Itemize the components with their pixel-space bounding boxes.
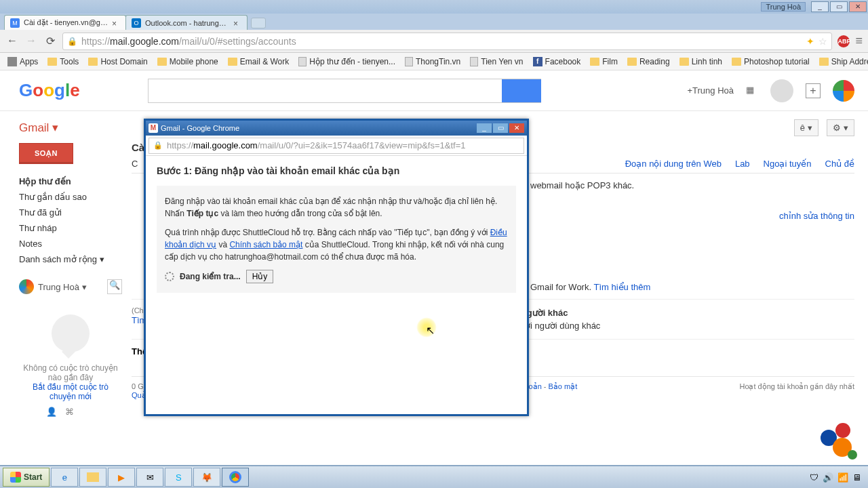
taskbar-app-ie[interactable]: e xyxy=(51,468,78,487)
bookmark-folder[interactable]: Film xyxy=(587,56,621,68)
browser-tab[interactable]: O Outlook.com - hatrunghoa@ × xyxy=(125,15,248,30)
share-button[interactable]: + xyxy=(806,83,821,98)
outlook-favicon-icon: O xyxy=(132,18,141,28)
sidebar-item-notes[interactable]: Notes xyxy=(19,236,122,251)
popup-close-button[interactable]: ✕ xyxy=(509,123,524,133)
apps-icon xyxy=(7,57,17,66)
sidebar-item-starred[interactable]: Thư gắn dấu sao xyxy=(19,189,122,205)
taskbar-app-explorer[interactable] xyxy=(79,468,106,487)
bookmark-folder[interactable]: Mobile phone xyxy=(154,56,222,68)
bookmark-bar: Apps Tools Host Domain Mobile phone Emai… xyxy=(0,53,868,70)
system-tray: 🛡 🔊 📶 🖥 xyxy=(806,472,865,483)
learn-more-link[interactable]: Tìm hiểu thêm xyxy=(593,282,650,292)
windows-user-badge: Trung Hoà xyxy=(761,2,806,12)
gmail-favicon-icon: M xyxy=(10,18,20,28)
input-method-button[interactable]: ê▾ xyxy=(794,119,818,136)
privacy-link[interactable]: Bảo mật xyxy=(549,382,578,390)
taskbar-app-chrome[interactable] xyxy=(222,468,249,487)
windows-taskbar: Start e ▶ ✉ S 🦊 🛡 🔊 📶 🖥 xyxy=(0,465,868,488)
google-apps-icon[interactable]: ▦ xyxy=(746,85,758,97)
taskbar-app-firefox[interactable]: 🦊 xyxy=(193,468,220,487)
gmail-header: Google +Trung Hoà ▦ + xyxy=(0,70,868,111)
popup-address-bar: 🔒 https://mail.google.com/mail/u/0/?ui=2… xyxy=(146,136,527,156)
tab-settings[interactable]: Đoạn nội dung trên Web xyxy=(625,159,722,169)
bookmark-folder[interactable]: Photoshop tutorial xyxy=(728,56,813,68)
abp-extension-icon[interactable]: ABP xyxy=(837,35,850,47)
tab-close-icon[interactable]: × xyxy=(112,19,120,27)
hangouts-search-icon[interactable]: 🔍 xyxy=(107,279,122,294)
lock-icon: 🔒 xyxy=(153,141,163,150)
new-tab-button[interactable] xyxy=(251,18,266,28)
window-minimize-button[interactable]: _ xyxy=(811,1,829,12)
popup-maximize-button[interactable]: ▭ xyxy=(493,123,508,133)
bookmark-page[interactable]: fFacebook xyxy=(530,56,585,68)
tray-icon[interactable]: 🔊 xyxy=(823,472,833,483)
settings-gear-button[interactable]: ⚙▾ xyxy=(827,119,854,136)
new-conversation-link[interactable]: Bắt đầu một cuộc trò chuyện mới xyxy=(19,382,122,401)
reload-button[interactable]: ⟳ xyxy=(43,35,57,48)
popup-minimize-button[interactable]: _ xyxy=(477,123,492,133)
compose-button[interactable]: SOẠN xyxy=(19,143,73,164)
facebook-icon: f xyxy=(533,57,542,66)
bookmark-page[interactable]: ThongTin.vn xyxy=(401,56,464,68)
bookmark-folder[interactable]: Tools xyxy=(44,56,82,68)
checking-status: Đang kiểm tra... xyxy=(180,270,241,283)
taskbar-app-skype[interactable]: S xyxy=(165,468,192,487)
browser-tab[interactable]: M Cài đặt - tienyen.vn@gmail.c × xyxy=(4,15,126,30)
google-plus-link[interactable]: +Trung Hoà xyxy=(687,85,734,96)
tab-settings[interactable]: Chủ đề xyxy=(825,159,854,169)
account-avatar[interactable] xyxy=(833,80,854,102)
browser-tab-strip: M Cài đặt - tienyen.vn@gmail.c × O Outlo… xyxy=(0,14,868,30)
window-maximize-button[interactable]: ▭ xyxy=(830,1,848,12)
folder-icon xyxy=(47,58,57,66)
notifications-icon[interactable] xyxy=(770,79,793,102)
bookmark-apps[interactable]: Apps xyxy=(4,56,41,68)
bookmark-folder[interactable]: Linh tinh xyxy=(676,56,726,68)
bookmark-page[interactable]: Hộp thư đến - tienyen... xyxy=(295,56,399,68)
sidebar-item-sent[interactable]: Thư đã gửi xyxy=(19,205,122,220)
bookmark-folder[interactable]: Reading xyxy=(624,56,673,68)
popup-body: Bước 1: Đăng nhập vào tài khoản email kh… xyxy=(146,156,527,302)
gmail-dropdown[interactable]: Gmail ▾ xyxy=(19,121,122,135)
hangouts-chat-icon[interactable]: ⌘ xyxy=(65,407,74,417)
hangouts-user[interactable]: Trung Hoà ▾ 🔍 xyxy=(19,279,122,294)
tab-close-icon[interactable]: × xyxy=(233,19,241,27)
tray-network-icon[interactable]: 📶 xyxy=(837,472,848,483)
window-close-button[interactable]: ✕ xyxy=(849,1,867,12)
gmail-search-button[interactable] xyxy=(502,79,541,102)
popup-title-bar[interactable]: M Gmail - Google Chrome _ ▭ ✕ xyxy=(146,121,527,136)
tab-settings[interactable]: Ngoại tuyến xyxy=(764,159,812,169)
wand-icon[interactable]: ✦ xyxy=(806,36,814,47)
taskbar-app-mail[interactable]: ✉ xyxy=(136,468,163,487)
folder-icon xyxy=(732,58,741,66)
bookmark-page[interactable]: Tien Yen vn xyxy=(467,56,526,68)
address-bar[interactable]: 🔒 https://mail.google.com/mail/u/0/#sett… xyxy=(62,33,832,50)
windows-logo-icon xyxy=(10,472,21,483)
folder-icon xyxy=(87,472,99,482)
popup-url-field[interactable]: 🔒 https://mail.google.com/mail/u/0/?ui=2… xyxy=(149,138,524,154)
start-button[interactable]: Start xyxy=(3,468,50,487)
hangouts-contacts-icon[interactable]: 👤 xyxy=(46,407,57,417)
back-button[interactable]: ← xyxy=(5,35,19,48)
forward-button[interactable]: → xyxy=(24,35,38,48)
google-logo[interactable]: Google xyxy=(19,80,80,101)
bookmark-folder[interactable]: Host Domain xyxy=(85,56,151,68)
privacy-policy-link[interactable]: Chính sách bảo mật xyxy=(229,240,302,249)
edit-info-link[interactable]: chỉnh sửa thông tin xyxy=(779,211,854,221)
cancel-button[interactable]: Hủy xyxy=(246,270,274,283)
sidebar-item-inbox[interactable]: Hộp thư đến xyxy=(19,174,122,189)
gmail-search-box[interactable] xyxy=(148,79,541,103)
chrome-menu-button[interactable]: ≡ xyxy=(855,34,863,48)
bookmark-folder[interactable]: Ship Address xyxy=(816,56,868,68)
folder-icon xyxy=(679,58,689,66)
taskbar-app-wmp[interactable]: ▶ xyxy=(108,468,135,487)
star-icon[interactable]: ☆ xyxy=(818,36,827,47)
bookmark-folder[interactable]: Email & Work xyxy=(224,56,292,68)
tray-icon[interactable]: 🖥 xyxy=(852,472,861,483)
sidebar-item-more[interactable]: Danh sách mở rộng ▾ xyxy=(19,251,122,267)
tab-settings[interactable]: Lab xyxy=(735,159,750,169)
sidebar-item-drafts[interactable]: Thư nháp xyxy=(19,220,122,236)
folder-icon xyxy=(590,58,599,66)
gmail-search-input[interactable] xyxy=(149,79,502,102)
tray-icon[interactable]: 🛡 xyxy=(810,472,818,483)
